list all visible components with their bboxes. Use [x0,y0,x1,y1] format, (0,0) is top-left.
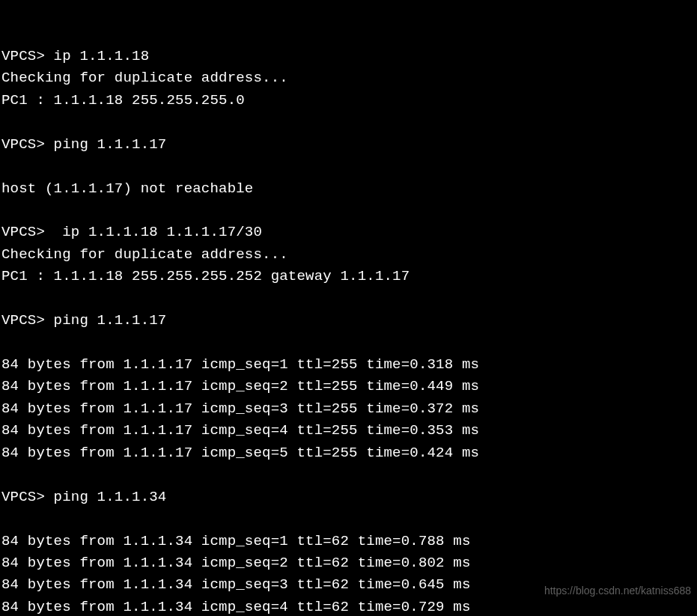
terminal-line [1,508,696,530]
terminal-line: 84 bytes from 1.1.1.17 icmp_seq=5 ttl=25… [1,442,696,464]
terminal-output[interactable]: VPCS> ip 1.1.1.18Checking for duplicate … [1,1,696,616]
terminal-line [1,200,696,222]
terminal-line: 84 bytes from 1.1.1.34 icmp_seq=1 ttl=62… [1,531,696,552]
terminal-line: host (1.1.1.17) not reachable [1,178,696,200]
terminal-line: 84 bytes from 1.1.1.17 icmp_seq=4 ttl=25… [1,420,696,442]
terminal-line [1,288,696,310]
terminal-line: PC1 : 1.1.1.18 255.255.255.252 gateway 1… [1,266,696,287]
terminal-line [1,112,696,133]
terminal-line: Checking for duplicate address... [1,244,696,266]
terminal-line: VPCS> ip 1.1.1.18 [1,46,696,67]
terminal-line: 84 bytes from 1.1.1.17 icmp_seq=2 ttl=25… [1,376,696,397]
terminal-line [1,464,696,486]
terminal-line: VPCS> ping 1.1.1.34 [1,487,696,508]
watermark-text: https://blog.csdn.net/katniss688 [544,583,691,600]
terminal-line: VPCS> ping 1.1.1.17 [1,134,696,156]
terminal-line [1,156,696,177]
terminal-line: 84 bytes from 1.1.1.17 icmp_seq=1 ttl=25… [1,354,696,376]
terminal-line: 84 bytes from 1.1.1.34 icmp_seq=2 ttl=62… [1,552,696,574]
terminal-line: PC1 : 1.1.1.18 255.255.255.0 [1,90,696,112]
terminal-line [1,332,696,354]
terminal-line: Checking for duplicate address... [1,67,696,89]
terminal-line: VPCS> ping 1.1.1.17 [1,310,696,332]
terminal-line: VPCS> ip 1.1.1.18 1.1.1.17/30 [1,222,696,243]
terminal-line: 84 bytes from 1.1.1.17 icmp_seq=3 ttl=25… [1,398,696,420]
